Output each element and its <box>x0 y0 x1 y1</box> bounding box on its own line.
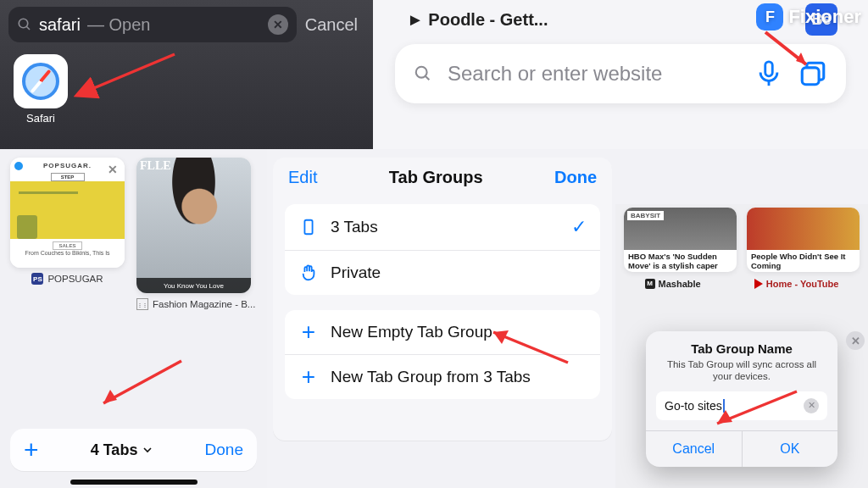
item-label: New Tab Group from 3 Tabs <box>331 368 531 386</box>
thumb-sub: STEP <box>51 173 85 181</box>
spotlight-search-field[interactable]: safari — Open ✕ <box>8 7 297 42</box>
start-card-mashable[interactable]: BABYSIT HBO Max's 'No Sudden Move' is a … <box>624 208 737 272</box>
item-label: Private <box>331 263 381 282</box>
card-title: ► Poodle - Gett... <box>407 10 548 30</box>
tab-groups-edit[interactable]: Edit <box>288 168 317 187</box>
dialog-ok-button[interactable]: OK <box>742 431 838 467</box>
tab-thumb-fashion[interactable]: ✕ FLLE You Know You Love <box>136 158 251 293</box>
microphone-icon[interactable] <box>754 59 783 88</box>
tab-count-button[interactable]: 4 Tabs <box>91 441 153 459</box>
spotlight-result-safari[interactable]: Safari <box>8 54 73 125</box>
tab-label: ⋮⋮ Fashion Magazine - B... <box>136 298 255 310</box>
tab-group-private[interactable]: Private <box>285 251 600 295</box>
svg-point-0 <box>19 19 28 28</box>
search-icon <box>17 17 32 32</box>
item-label: 3 Tabs <box>331 218 378 236</box>
plus-icon: + <box>298 367 319 387</box>
tab-groups-sheet: Edit Tab Groups Done 3 Tabs ✓ Private + … <box>273 158 612 441</box>
tab-overview-done[interactable]: Done <box>205 441 243 459</box>
tab-overview-panel: ✕ POPSUGAR. STEP SALES From Couches to B… <box>0 149 267 488</box>
input-value: Go-to sites <box>665 399 725 413</box>
tab-site-name: POPSUGAR <box>47 274 103 284</box>
site-youtube: Home - YouTube <box>754 279 839 289</box>
tab-groups-done[interactable]: Done <box>554 168 597 187</box>
name-dialog-panel: BABYSIT HBO Max's 'No Sudden Move' is a … <box>615 204 868 488</box>
tab-group-current[interactable]: 3 Tabs ✓ <box>285 204 600 251</box>
spotlight-panel: safari — Open ✕ Cancel Safari <box>0 0 373 149</box>
address-bar[interactable]: Search or enter website <box>395 44 846 103</box>
spotlight-result-label: Safari <box>8 112 73 125</box>
youtube-icon <box>754 279 763 289</box>
tab-site-name: Fashion Magazine - B... <box>153 299 255 309</box>
dialog-subtitle: This Tab Group will sync across all your… <box>661 358 822 383</box>
tab-group-name-input[interactable]: Go-to sites ✕ <box>656 391 827 420</box>
card-headline: HBO Max's 'No Sudden Move' is a stylish … <box>624 250 737 272</box>
card-badge: BABYSIT <box>627 211 664 220</box>
svg-rect-7 <box>304 220 312 235</box>
start-page-card-poodle[interactable]: ► Poodle - Gett... <box>403 3 551 36</box>
watermark: F Fixioner <box>756 3 861 30</box>
reload-badge-icon <box>13 160 25 172</box>
plus-icon: + <box>298 322 319 342</box>
item-label: New Empty Tab Group <box>331 323 492 341</box>
tab-count-label: 4 Tabs <box>91 441 138 459</box>
search-icon <box>414 64 432 83</box>
new-empty-tab-group[interactable]: + New Empty Tab Group <box>285 310 600 355</box>
tab-label: PS POPSUGAR <box>10 273 125 285</box>
chevron-down-icon <box>142 445 153 455</box>
new-tab-group-from-tabs[interactable]: + New Tab Group from 3 Tabs <box>285 355 600 399</box>
svg-rect-6 <box>802 68 819 85</box>
svg-line-1 <box>26 26 30 30</box>
watermark-text: Fixioner <box>788 6 861 28</box>
tabs-outline-icon <box>298 217 319 237</box>
close-tab-icon[interactable]: ✕ <box>103 160 122 179</box>
clear-search-icon[interactable]: ✕ <box>268 14 288 35</box>
sale-tag: SALES <box>53 241 81 250</box>
address-placeholder: Search or enter website <box>448 62 739 86</box>
tab-thumb-popsugar[interactable]: ✕ POPSUGAR. STEP SALES From Couches to B… <box>10 158 125 268</box>
clear-input-icon[interactable]: ✕ <box>804 398 819 413</box>
fixioner-logo-icon: F <box>756 3 783 30</box>
tab-group-name-dialog: Tab Group Name This Tab Group will sync … <box>646 331 837 467</box>
dialog-cancel-button[interactable]: Cancel <box>646 431 742 467</box>
popsugar-favicon-icon: PS <box>31 273 43 285</box>
spotlight-term: safari <box>39 15 81 35</box>
home-indicator <box>70 480 198 485</box>
site-mashable: MMashable <box>645 279 701 289</box>
fashion-favicon-icon: ⋮⋮ <box>136 298 148 310</box>
tab-overview-toolbar: + 4 Tabs Done <box>10 429 257 471</box>
mashable-icon: M <box>645 279 655 289</box>
start-card-youtube[interactable]: People Who Didn't See It Coming <box>747 208 860 272</box>
card-headline: People Who Didn't See It Coming <box>747 250 860 272</box>
hand-icon <box>298 263 319 283</box>
spotlight-cancel[interactable]: Cancel <box>305 15 364 35</box>
thumb-caption: From Couches to Bikinis, This Is <box>25 250 109 256</box>
svg-rect-4 <box>765 62 773 76</box>
tab-groups-title: Tab Groups <box>389 168 483 187</box>
dialog-title: Tab Group Name <box>656 341 827 356</box>
svg-line-3 <box>426 76 430 80</box>
tabs-icon[interactable] <box>798 59 827 88</box>
thumb-caption: You Know You Love <box>136 278 251 293</box>
checkmark-icon: ✓ <box>571 216 587 238</box>
thumb-brand: FLLE <box>140 159 171 173</box>
safari-app-icon <box>14 54 68 108</box>
new-tab-button[interactable]: + <box>24 435 39 464</box>
spotlight-hint: — Open <box>87 15 150 35</box>
svg-point-2 <box>416 67 427 78</box>
close-background-tab-icon[interactable]: ✕ <box>846 331 865 350</box>
